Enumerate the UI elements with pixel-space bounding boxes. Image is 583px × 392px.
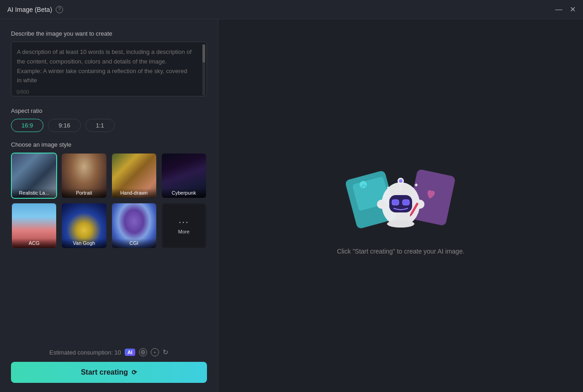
aspect-btn-16-9[interactable]: 16:9 bbox=[11, 119, 43, 132]
left-panel: Describe the image you want to create 0/… bbox=[0, 19, 218, 392]
aspect-ratio-section: Aspect ratio 16:9 9:16 1:1 bbox=[11, 107, 207, 132]
style-card-portrait[interactable]: Portrait bbox=[61, 153, 107, 199]
close-button[interactable]: ✕ bbox=[570, 6, 576, 13]
aspect-btn-9-16[interactable]: 9:16 bbox=[48, 119, 80, 132]
right-panel: ✦ ✦ Click "Start creating" to create you… bbox=[218, 19, 583, 392]
titlebar-left: AI Image (Beta) ? bbox=[7, 6, 63, 13]
minimize-button[interactable]: — bbox=[555, 6, 562, 13]
svg-point-11 bbox=[377, 200, 386, 209]
style-label-acg: ACG bbox=[12, 238, 56, 248]
style-label-handdrawn: Hand-drawn bbox=[112, 188, 156, 198]
aspect-ratio-buttons: 16:9 9:16 1:1 bbox=[11, 119, 207, 132]
main-layout: Describe the image you want to create 0/… bbox=[0, 19, 583, 392]
bottom-bar: Estimated consumption: 10 AI + ↻ Start c… bbox=[11, 341, 207, 383]
svg-point-16 bbox=[387, 220, 414, 228]
aspect-btn-1-1[interactable]: 1:1 bbox=[85, 119, 115, 132]
style-card-cgi[interactable]: CGI bbox=[111, 202, 157, 249]
ai-badge: AI bbox=[125, 349, 135, 356]
start-button-label: Start creating bbox=[81, 368, 128, 376]
consumption-row: Estimated consumption: 10 AI + ↻ bbox=[11, 348, 207, 356]
titlebar: AI Image (Beta) ? — ✕ bbox=[0, 0, 583, 19]
svg-text:✦: ✦ bbox=[413, 181, 419, 189]
more-overlay: ··· More bbox=[162, 203, 206, 248]
svg-rect-9 bbox=[403, 200, 409, 205]
textarea-wrapper: 0/800 bbox=[11, 42, 207, 98]
description-label: Describe the image you want to create bbox=[11, 30, 207, 37]
scrollbar-thumb bbox=[202, 44, 205, 63]
start-creating-button[interactable]: Start creating ⟳ bbox=[11, 362, 207, 383]
credits-icon bbox=[139, 348, 147, 356]
style-label-vangogh: Van Gogh bbox=[62, 238, 106, 248]
style-card-handdrawn[interactable]: Hand-drawn bbox=[111, 153, 157, 199]
consumption-text: Estimated consumption: 10 bbox=[49, 349, 121, 356]
style-card-vangogh[interactable]: Van Gogh bbox=[61, 202, 107, 249]
style-grid: Realistic La... Portrait Hand-drawn Cybe… bbox=[11, 153, 207, 249]
app-title: AI Image (Beta) bbox=[7, 6, 52, 13]
description-section: Describe the image you want to create 0/… bbox=[11, 30, 207, 98]
svg-text:✦: ✦ bbox=[386, 185, 390, 190]
start-btn-icon: ⟳ bbox=[132, 369, 137, 376]
svg-rect-7 bbox=[392, 200, 399, 205]
style-card-acg[interactable]: ACG bbox=[11, 202, 57, 249]
image-style-section: Choose an image style Realistic La... Po… bbox=[11, 141, 207, 249]
style-label-portrait: Portrait bbox=[62, 188, 106, 198]
add-icon[interactable]: + bbox=[151, 348, 159, 356]
more-dots-icon: ··· bbox=[179, 217, 189, 227]
style-label-realistic: Realistic La... bbox=[12, 188, 56, 198]
style-label-more: More bbox=[178, 229, 190, 234]
aspect-ratio-label: Aspect ratio bbox=[11, 107, 207, 114]
hint-text: Click "Start creating" to create your AI… bbox=[337, 248, 464, 255]
textarea-scrollbar bbox=[202, 44, 205, 95]
char-count: 0/800 bbox=[16, 89, 29, 95]
ai-illustration: ✦ ✦ bbox=[346, 156, 456, 238]
help-icon[interactable]: ? bbox=[56, 6, 63, 13]
description-input[interactable] bbox=[11, 42, 207, 96]
style-card-more[interactable]: ··· More bbox=[161, 202, 207, 249]
svg-point-15 bbox=[399, 179, 403, 183]
image-style-label: Choose an image style bbox=[11, 141, 207, 148]
style-card-realistic[interactable]: Realistic La... bbox=[11, 153, 57, 199]
style-label-cyberpunk: Cyberpunk bbox=[162, 188, 206, 198]
refresh-icon[interactable]: ↻ bbox=[163, 348, 169, 356]
window-controls: — ✕ bbox=[555, 6, 576, 13]
style-label-cgi: CGI bbox=[112, 238, 156, 248]
style-card-cyberpunk[interactable]: Cyberpunk bbox=[161, 153, 207, 199]
